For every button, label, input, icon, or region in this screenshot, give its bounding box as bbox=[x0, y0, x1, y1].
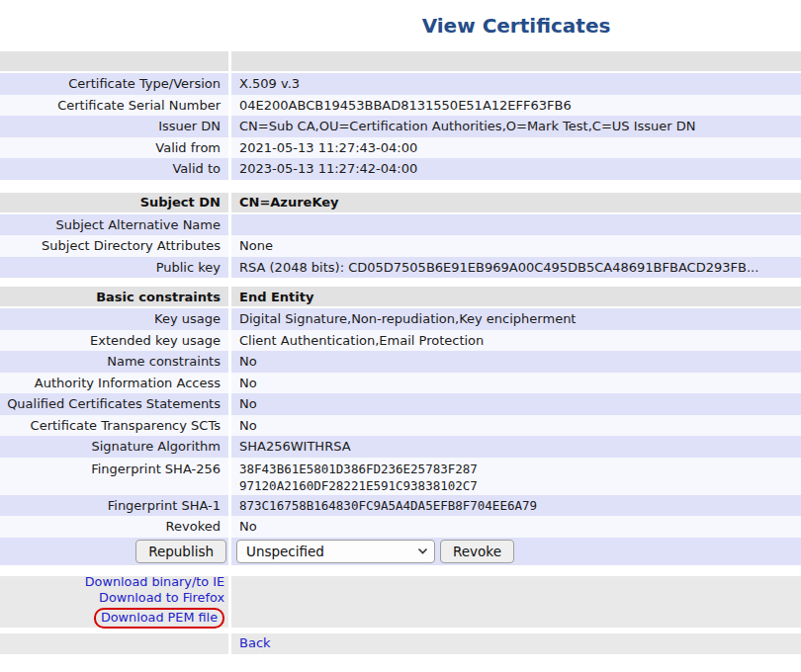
download-pem-link[interactable]: Download PEM file bbox=[101, 610, 218, 625]
table-row: Certificate Type/Version X.509 v.3 bbox=[0, 73, 801, 95]
table-row: Subject Directory Attributes None bbox=[0, 235, 801, 257]
revocation-reason-select[interactable]: Unspecified bbox=[236, 540, 435, 563]
row-label: Subject Directory Attributes bbox=[0, 235, 228, 257]
section-spacer bbox=[0, 278, 801, 287]
table-row: Certificate Transparency SCTs No bbox=[0, 415, 801, 437]
back-link-cell: Back bbox=[231, 633, 801, 655]
row-value: Client Authentication,Email Protection bbox=[231, 330, 801, 352]
section-header-basic-constraints: Basic constraints End Entity bbox=[0, 287, 801, 308]
annotation-red-oval: Download PEM file bbox=[94, 608, 224, 630]
back-link[interactable]: Back bbox=[239, 635, 271, 652]
back-row: Back bbox=[0, 633, 801, 655]
download-links-cell: Download binary/to IE Download to Firefo… bbox=[0, 576, 228, 628]
back-row-empty-cell bbox=[0, 633, 228, 655]
republish-button[interactable]: Republish bbox=[135, 540, 226, 563]
row-label: Valid from bbox=[0, 137, 228, 159]
download-links-row: Download binary/to IE Download to Firefo… bbox=[0, 576, 801, 628]
revoke-button[interactable]: Revoke bbox=[440, 540, 514, 563]
row-value: No bbox=[231, 415, 801, 437]
section-header-value: End Entity bbox=[231, 287, 801, 306]
row-value: CN=Sub CA,OU=Certification Authorities,O… bbox=[231, 116, 801, 137]
section-header-subject-dn: Subject DN CN=AzureKey bbox=[0, 193, 801, 214]
section-header-label bbox=[0, 51, 228, 71]
row-label: Revoked bbox=[0, 516, 228, 538]
download-binary-ie-link[interactable]: Download binary/to IE bbox=[85, 574, 224, 591]
row-label: Key usage bbox=[0, 308, 228, 330]
row-label: Extended key usage bbox=[0, 330, 228, 352]
table-row-fingerprint-sha256: Fingerprint SHA-256 38F43B61E5801D386FD2… bbox=[0, 458, 801, 495]
table-row: Subject Alternative Name bbox=[0, 214, 801, 236]
row-value: 2021-05-13 11:27:43-04:00 bbox=[231, 137, 801, 159]
table-row: Valid to 2023-05-13 11:27:42-04:00 bbox=[0, 158, 801, 180]
row-value: 04E200ABCB19453BBAD8131550E51A12EFF63FB6 bbox=[231, 95, 801, 117]
row-label: Fingerprint SHA-1 bbox=[0, 495, 228, 517]
row-label: Valid to bbox=[0, 158, 228, 180]
table-row: Extended key usage Client Authentication… bbox=[0, 330, 801, 352]
section-header-value bbox=[231, 51, 801, 71]
row-value: No bbox=[231, 516, 801, 538]
sha256-line-1: 38F43B61E5801D386FD236E25783F287 bbox=[239, 461, 478, 477]
row-label: Certificate Type/Version bbox=[0, 73, 228, 95]
download-firefox-link[interactable]: Download to Firefox bbox=[99, 590, 224, 607]
row-label: Certificate Transparency SCTs bbox=[0, 415, 228, 437]
table-row: Qualified Certificates Statements No bbox=[0, 393, 801, 415]
row-label: Name constraints bbox=[0, 351, 228, 373]
table-row: Certificate Serial Number 04E200ABCB1945… bbox=[0, 95, 801, 117]
row-value: No bbox=[231, 393, 801, 415]
row-label: Fingerprint SHA-256 bbox=[0, 458, 228, 495]
row-value: Digital Signature,Non-repudiation,Key en… bbox=[231, 308, 801, 330]
row-value: RSA (2048 bits): CD05D7505B6E91EB969A00C… bbox=[231, 257, 801, 279]
page-title: View Certificates bbox=[231, 14, 801, 38]
row-value: 873C16758B164830FC9A5A4DA5EFB8F704EE6A79 bbox=[231, 495, 801, 517]
actions-right-cell: Unspecified Revoke bbox=[231, 538, 801, 565]
table-row: Key usage Digital Signature,Non-repudiat… bbox=[0, 308, 801, 330]
section-header-general bbox=[0, 51, 801, 73]
row-label: Certificate Serial Number bbox=[0, 95, 228, 117]
table-row: Name constraints No bbox=[0, 351, 801, 373]
row-value: No bbox=[231, 351, 801, 373]
title-bar: View Certificates bbox=[0, 0, 801, 51]
row-label: Qualified Certificates Statements bbox=[0, 393, 228, 415]
section-header-label: Basic constraints bbox=[0, 287, 228, 306]
certificate-table: Certificate Type/Version X.509 v.3 Certi… bbox=[0, 51, 801, 654]
row-value: X.509 v.3 bbox=[231, 73, 801, 95]
sha256-line-2: 97120A2160DF28221E591C93838102C7 bbox=[239, 477, 478, 494]
row-value: No bbox=[231, 373, 801, 394]
table-row-fingerprint-sha1: Fingerprint SHA-1 873C16758B164830FC9A5A… bbox=[0, 495, 801, 517]
actions-left-cell: Republish bbox=[0, 538, 228, 565]
section-header-label: Subject DN bbox=[0, 193, 228, 212]
table-row-revoked: Revoked No bbox=[0, 516, 801, 538]
row-value: None bbox=[231, 235, 801, 257]
revocation-reason-select-wrap: Unspecified bbox=[236, 540, 435, 563]
row-label: Public key bbox=[0, 257, 228, 279]
table-row: Public key RSA (2048 bits): CD05D7505B6E… bbox=[0, 257, 801, 279]
row-label: Authority Information Access bbox=[0, 373, 228, 394]
row-value: 38F43B61E5801D386FD236E25783F287 97120A2… bbox=[231, 458, 801, 495]
row-label: Subject Alternative Name bbox=[0, 214, 228, 236]
download-links-empty-cell bbox=[231, 576, 801, 628]
row-value: 2023-05-13 11:27:42-04:00 bbox=[231, 158, 801, 180]
table-row: Authority Information Access No bbox=[0, 373, 801, 394]
table-row: Issuer DN CN=Sub CA,OU=Certification Aut… bbox=[0, 116, 801, 137]
section-header-value: CN=AzureKey bbox=[231, 193, 801, 212]
row-label: Signature Algorithm bbox=[0, 436, 228, 458]
actions-row: Republish Unspecified Revoke bbox=[0, 538, 801, 565]
row-value bbox=[231, 214, 801, 236]
row-label: Issuer DN bbox=[0, 116, 228, 137]
table-row: Valid from 2021-05-13 11:27:43-04:00 bbox=[0, 137, 801, 159]
section-spacer bbox=[0, 180, 801, 193]
row-value: SHA256WITHRSA bbox=[231, 436, 801, 458]
table-row: Signature Algorithm SHA256WITHRSA bbox=[0, 436, 801, 458]
